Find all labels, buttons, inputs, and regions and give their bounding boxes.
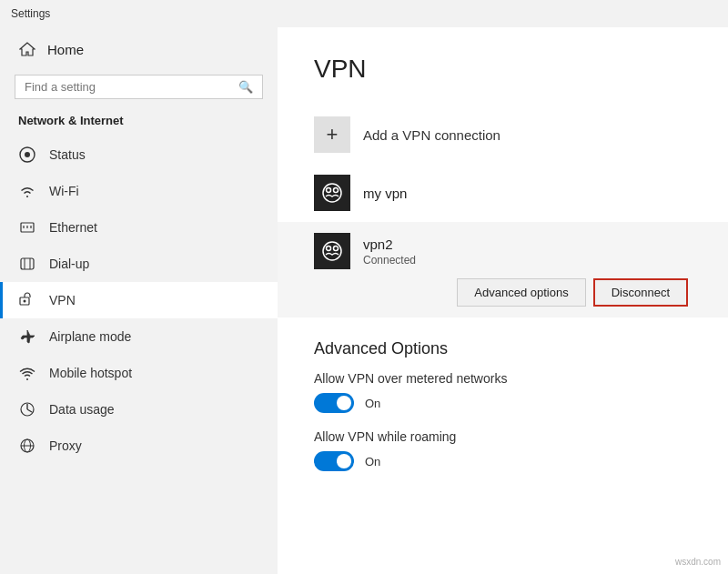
sidebar-item-hotspot[interactable]: Mobile hotspot	[0, 355, 278, 391]
vpn-label: VPN	[49, 293, 76, 307]
option-metered: Allow VPN over metered networks On	[314, 371, 692, 413]
vpn-icon	[18, 291, 36, 309]
ethernet-label: Ethernet	[49, 220, 97, 235]
search-input[interactable]	[25, 80, 231, 94]
svg-point-16	[327, 188, 331, 193]
wifi-icon	[18, 182, 36, 200]
airplane-icon	[18, 327, 36, 346]
home-icon	[18, 40, 36, 58]
hotspot-icon	[18, 364, 36, 382]
svg-point-18	[323, 242, 341, 260]
title-bar: Settings	[0, 0, 728, 27]
vpn2-actions: Advanced options Disconnect	[314, 278, 692, 307]
sidebar-item-vpn[interactable]: VPN	[0, 282, 278, 318]
sidebar-item-wifi[interactable]: Wi-Fi	[0, 173, 278, 209]
add-vpn-icon: +	[314, 116, 350, 153]
option-metered-toggle-row: On	[314, 393, 692, 413]
status-icon	[18, 146, 36, 164]
svg-point-19	[327, 247, 331, 251]
vpn2-name: vpn2	[363, 237, 416, 252]
content-area: VPN + Add a VPN connection my vpn	[278, 27, 728, 574]
app-title: Settings	[11, 7, 50, 20]
vpn2-info: vpn2 Connected	[363, 237, 416, 267]
ethernet-icon	[18, 218, 36, 237]
vpn2-row[interactable]: vpn2 Connected	[314, 233, 692, 269]
roaming-toggle-text: On	[365, 455, 380, 468]
svg-rect-6	[21, 258, 34, 269]
vpn2-logo	[314, 233, 350, 269]
search-icon: 🔍	[238, 80, 253, 94]
svg-point-20	[334, 247, 339, 251]
add-vpn-label: Add a VPN connection	[363, 127, 500, 143]
sidebar-search-box[interactable]: 🔍	[15, 75, 263, 99]
metered-toggle-text: On	[365, 397, 380, 410]
sidebar-item-datausage[interactable]: Data usage	[0, 391, 278, 428]
vpn-myvpn-logo	[314, 175, 350, 211]
sidebar-item-dialup[interactable]: Dial-up	[0, 246, 278, 282]
svg-point-10	[24, 300, 26, 303]
airplane-label: Airplane mode	[49, 329, 131, 344]
vpn2-status: Connected	[363, 254, 416, 267]
proxy-label: Proxy	[49, 438, 82, 453]
svg-point-15	[323, 184, 341, 202]
proxy-icon	[18, 437, 36, 455]
sidebar-item-proxy[interactable]: Proxy	[0, 428, 278, 464]
advanced-options-title: Advanced Options	[314, 339, 692, 358]
wifi-label: Wi-Fi	[49, 184, 79, 198]
sidebar-section-title: Network & Internet	[0, 110, 278, 136]
advanced-options-button[interactable]: Advanced options	[457, 278, 585, 307]
page-title: VPN	[314, 55, 692, 84]
datausage-label: Data usage	[49, 402, 115, 417]
vpn-entry-vpn2: vpn2 Connected Advanced options Disconne…	[278, 222, 728, 317]
vpn-myvpn-info: my vpn	[363, 186, 407, 201]
status-label: Status	[49, 147, 86, 162]
sidebar-item-home[interactable]: Home	[0, 27, 278, 71]
option-metered-label: Allow VPN over metered networks	[314, 371, 692, 386]
vpn-myvpn-name: my vpn	[363, 186, 407, 201]
svg-point-1	[25, 152, 30, 157]
hotspot-label: Mobile hotspot	[49, 366, 132, 380]
sidebar-item-status[interactable]: Status	[0, 136, 278, 173]
disconnect-button[interactable]: Disconnect	[593, 278, 688, 307]
sidebar-item-ethernet[interactable]: Ethernet	[0, 209, 278, 246]
watermark: wsxdn.com	[675, 557, 721, 567]
vpn-entry-myvpn[interactable]: my vpn	[314, 164, 692, 222]
dialup-label: Dial-up	[49, 257, 89, 271]
metered-toggle[interactable]	[314, 393, 354, 413]
roaming-toggle[interactable]	[314, 451, 354, 471]
home-label: Home	[47, 42, 84, 57]
option-roaming-label: Allow VPN while roaming	[314, 429, 692, 444]
sidebar-item-airplane[interactable]: Airplane mode	[0, 318, 278, 355]
option-roaming: Allow VPN while roaming On	[314, 429, 692, 471]
dialup-icon	[18, 255, 36, 273]
add-vpn-button[interactable]: + Add a VPN connection	[314, 106, 692, 164]
svg-point-17	[334, 188, 339, 193]
datausage-icon	[18, 400, 36, 418]
sidebar: Home 🔍 Network & Internet Status	[0, 27, 278, 574]
option-roaming-toggle-row: On	[314, 451, 692, 471]
